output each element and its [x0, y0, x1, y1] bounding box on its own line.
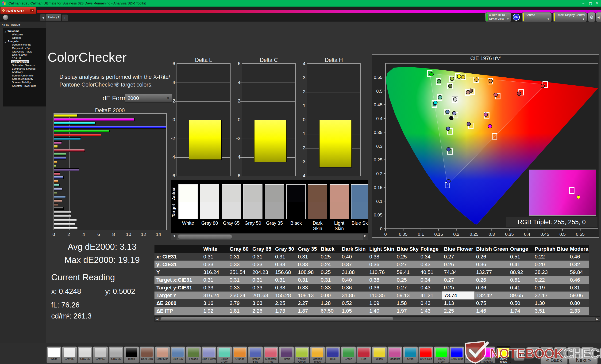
- sidebar-item-grayscale-multi[interactable]: Grayscale - Multi: [4, 50, 46, 53]
- patch-button-purplish-blue[interactable]: Purplish Blue: [248, 346, 263, 363]
- reading-cdm2: cd/m²: 261.3: [51, 312, 91, 320]
- source-dropdown[interactable]: Source ▼: [522, 12, 552, 22]
- sidebar-item-screen-stability[interactable]: Screen Stability: [4, 81, 46, 84]
- target-swatch: [351, 202, 368, 219]
- sidebar-item-grayscale-2pt[interactable]: Grayscale - 2pt: [4, 47, 46, 50]
- patch-button-orange[interactable]: Orange: [232, 346, 247, 363]
- media-button-2[interactable]: ▰: [541, 347, 553, 356]
- calman-menu-button[interactable]: ❖ calman ▼: [0, 7, 36, 14]
- patch-button-100-red[interactable]: 100% Red: [418, 346, 433, 363]
- patch-button-100-green[interactable]: 100% Green: [434, 346, 449, 363]
- patch-button-blue[interactable]: Blue: [325, 346, 341, 363]
- tick-mark: [175, 120, 177, 120]
- tree-expander-icon[interactable]: ◢: [5, 30, 6, 34]
- patch-button-gray-65[interactable]: Gray 65: [78, 346, 92, 363]
- media-button-3[interactable]: ▰: [554, 347, 567, 356]
- patch-button-blue-sky[interactable]: Blue Sky: [170, 346, 185, 363]
- scrollbar-thumb[interactable]: [178, 235, 232, 239]
- table-row: Target y:CIE310.330.330.330.330.330.330.…: [154, 284, 589, 292]
- sidebar-item-welcome[interactable]: Welcome: [4, 33, 46, 36]
- maximize-button[interactable]: ▢: [587, 0, 594, 7]
- close-button[interactable]: ✕: [593, 0, 601, 7]
- scroll-left-icon[interactable]: ◀: [171, 234, 177, 240]
- display-control-dropdown[interactable]: Direct Display Control ▼: [553, 12, 587, 22]
- media-button-1[interactable]: ▮▮: [527, 347, 540, 356]
- patch-button-blue-flower[interactable]: Blue Flower: [201, 346, 216, 363]
- patch-button-moderate-red[interactable]: Moderate Red: [263, 346, 279, 363]
- tree-expander-icon[interactable]: ◢: [5, 40, 6, 44]
- patch-button-gray-35[interactable]: Gray 35: [109, 346, 123, 363]
- patch-button-dark-skin[interactable]: Dark Skin: [140, 346, 154, 363]
- minimize-button[interactable]: –: [580, 0, 587, 7]
- sidebar-item-saturation-sweeps[interactable]: Saturation Sweeps: [4, 64, 46, 67]
- sidebar-item-spectral-power-dist-[interactable]: Spectral Power Dist.: [4, 84, 46, 88]
- next-button[interactable]: Next »: [569, 356, 598, 364]
- sidebar-item-screen-angularity[interactable]: Screen Angularity: [4, 77, 46, 81]
- x-tick-label: 14: [155, 232, 161, 237]
- table-cell: 2.33: [568, 307, 589, 315]
- workspace-orb-button[interactable]: [3, 15, 9, 20]
- patch-button-bluish-green[interactable]: Bluish Green: [217, 346, 232, 363]
- meter-port-badge[interactable]: 232: [513, 14, 520, 21]
- patch-button-100-cyan[interactable]: 100% Cyan: [465, 346, 480, 363]
- patch-button-100-yellow[interactable]: 100% Yellow: [496, 346, 511, 363]
- patch-button-gray-80[interactable]: Gray 80: [62, 346, 77, 363]
- patch-color-chip: [265, 348, 277, 357]
- table-cell: 316.24: [201, 268, 228, 276]
- collapse-panel-icon[interactable]: ◀: [596, 12, 601, 22]
- sidebar-item-luminance-sweeps[interactable]: Luminance Sweeps: [4, 67, 46, 71]
- patch-button-green[interactable]: Green: [341, 346, 356, 363]
- actual-marker-black: [450, 116, 453, 120]
- tab-history-1[interactable]: History 1: [46, 14, 61, 21]
- scroll-left-icon[interactable]: ◀: [155, 317, 160, 321]
- table-cell: 1.81: [228, 307, 250, 315]
- scroll-right-icon[interactable]: ▶: [595, 317, 600, 321]
- scroll-right-icon[interactable]: ▶: [363, 234, 368, 240]
- selected-cell[interactable]: 73.74: [442, 292, 474, 299]
- patch-button-cyan[interactable]: Cyan: [403, 346, 418, 363]
- history-back-icon[interactable]: ◀: [40, 14, 46, 21]
- sidebar-group-welcome[interactable]: ◢Welcome: [4, 29, 46, 33]
- bar-black: [54, 207, 64, 210]
- sidebar-item-screen-uniformity[interactable]: Screen Uniformity: [4, 74, 46, 77]
- patch-button-yellow-green[interactable]: Yellow Green: [294, 346, 310, 363]
- swatch-strip-scrollbar[interactable]: ◀ ▶: [171, 234, 368, 240]
- patch-button-white[interactable]: White: [47, 346, 61, 363]
- sidebar-item-options[interactable]: Options: [4, 36, 46, 40]
- table-scrollbar[interactable]: ◀ ▶: [154, 316, 600, 322]
- media-button-4[interactable]: ▰: [568, 347, 580, 356]
- sidebar-group-analysis[interactable]: ◢Analysis: [4, 40, 46, 43]
- patch-button-yellow[interactable]: Yellow: [372, 346, 387, 363]
- patch-button-100-blue[interactable]: 100% Blue: [449, 346, 464, 363]
- patch-button-foliage[interactable]: Foliage: [186, 346, 201, 363]
- target-swatch: [243, 202, 262, 219]
- media-button-5[interactable]: ▰: [581, 347, 594, 356]
- scrollbar-thumb[interactable]: [161, 317, 393, 320]
- add-tab-button[interactable]: +: [62, 15, 68, 21]
- patch-button-100-magenta[interactable]: 100% Magenta: [480, 346, 495, 363]
- de-formula-select[interactable]: 2000 ▼: [125, 94, 172, 103]
- delta-c-chart: 6420-2-4-6: [242, 63, 296, 176]
- back-button[interactable]: « Back: [541, 356, 568, 364]
- meter-dropdown[interactable]: X-Rite i1Pro 2 Direct View ▼: [485, 12, 511, 22]
- patch-button-red[interactable]: Red: [356, 346, 371, 363]
- actual-marker-100-magenta: [488, 124, 492, 128]
- pattern-window-button[interactable]: [514, 348, 524, 361]
- y-tick-label: 4: [233, 80, 240, 85]
- patch-button-gray-50[interactable]: Gray 50: [93, 346, 108, 363]
- patch-button-black[interactable]: Black: [124, 346, 139, 363]
- sidebar-item-additivity[interactable]: Additivity: [4, 70, 46, 74]
- patch-button-light-skin[interactable]: Light Skin: [155, 346, 170, 363]
- sidebar-item-color-gamut[interactable]: Color Gamut: [4, 53, 46, 57]
- sidebar-item-3d-lut[interactable]: 3D LUT: [4, 57, 46, 60]
- patch-button-purple[interactable]: Purple: [279, 346, 294, 363]
- actual-target-swatch-strip: ActualTargetWhiteGray 80Gray 65Gray 50Gr…: [171, 180, 368, 233]
- patch-button-orange-yellow[interactable]: Orange Yellow: [310, 346, 325, 363]
- y-tick-label: -3: [298, 159, 305, 164]
- svg-text:0.25: 0.25: [470, 232, 479, 237]
- sidebar-item-colorchecker[interactable]: ColorChecker: [4, 60, 46, 64]
- gear-icon[interactable]: ⚙: [588, 12, 595, 22]
- actual-marker-100-cyan: [434, 101, 437, 105]
- patch-button-magenta[interactable]: Magenta: [387, 346, 402, 363]
- sidebar-item-dynamic-range[interactable]: Dynamic Range: [4, 43, 46, 47]
